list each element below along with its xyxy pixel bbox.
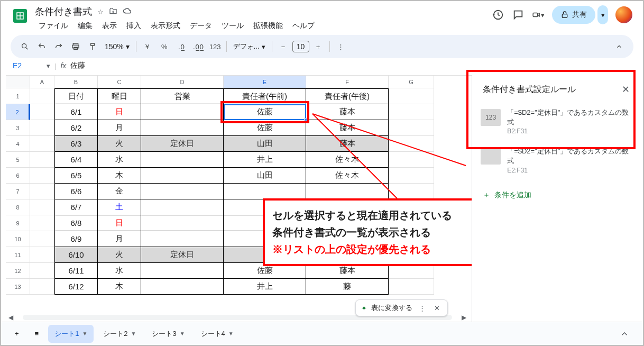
menu-data[interactable]: データ	[186, 19, 216, 33]
cell-G2[interactable]	[389, 104, 434, 120]
cell-A13[interactable]	[30, 279, 54, 295]
cell-B7[interactable]: 6/6	[54, 184, 98, 199]
cell-D1[interactable]: 営業	[141, 88, 224, 104]
sheet-tab-1[interactable]: シート1▼	[48, 325, 94, 343]
rule-item-0[interactable]: 123 「=$D2="定休日"」であるカスタムの数式 B2:F31	[472, 103, 638, 141]
cell-D9[interactable]	[141, 215, 224, 231]
cell-C11[interactable]: 火	[98, 247, 141, 263]
cell-C12[interactable]: 水	[98, 263, 141, 279]
cell-C7[interactable]: 金	[98, 184, 141, 199]
format-currency-button[interactable]: ¥	[140, 39, 155, 54]
redo-button[interactable]	[51, 39, 67, 54]
col-header-D[interactable]: D	[141, 76, 224, 88]
history-icon[interactable]	[492, 8, 504, 21]
row-header-1[interactable]: 1	[6, 88, 30, 104]
panel-close-button[interactable]: ✕	[622, 84, 630, 95]
cell-A3[interactable]	[30, 120, 54, 136]
cell-C10[interactable]: 月	[98, 231, 141, 247]
font-size-input[interactable]: 10	[292, 41, 309, 52]
row-header-13[interactable]: 13	[6, 279, 30, 295]
doc-title[interactable]: 条件付き書式	[35, 5, 92, 18]
cell-F3[interactable]: 藤本	[306, 120, 389, 136]
cell-G1[interactable]	[389, 88, 434, 104]
row-header-12[interactable]: 12	[6, 263, 30, 279]
move-icon[interactable]	[109, 7, 117, 17]
formula-bar[interactable]: 佐藤	[70, 61, 85, 70]
cell-C9[interactable]: 日	[98, 215, 141, 231]
collapse-toolbar-button[interactable]	[611, 39, 627, 54]
cell-A2[interactable]	[30, 104, 54, 120]
cell-C3[interactable]: 月	[98, 120, 141, 136]
cell-E3[interactable]: 佐藤	[224, 120, 306, 136]
cell-C8[interactable]: 土	[98, 199, 141, 215]
menu-edit[interactable]: 編集	[74, 19, 96, 33]
col-header-C[interactable]: C	[98, 76, 141, 88]
cell-E1[interactable]: 責任者(午前)	[224, 88, 306, 104]
comment-icon[interactable]	[512, 8, 525, 21]
cell-B4[interactable]: 6/3	[54, 136, 98, 152]
print-button[interactable]	[68, 39, 84, 54]
decrease-decimals-button[interactable]: .0̲	[173, 39, 189, 54]
menu-help[interactable]: ヘルプ	[289, 19, 318, 33]
cell-E7[interactable]	[224, 184, 306, 199]
sheets-logo[interactable]	[10, 5, 31, 26]
hscroll-left[interactable]: ◀	[6, 314, 15, 321]
menu-file[interactable]: ファイル	[35, 19, 72, 33]
share-dropdown[interactable]: ▾	[597, 5, 608, 24]
sheet-tab-3[interactable]: シート3▼	[145, 325, 191, 343]
row-header-10[interactable]: 10	[6, 231, 30, 247]
cell-B1[interactable]: 日付	[54, 88, 98, 104]
cell-F7[interactable]	[306, 184, 389, 199]
cell-C6[interactable]: 木	[98, 168, 141, 184]
cell-D8[interactable]	[141, 199, 224, 215]
col-header-A[interactable]: A	[30, 76, 54, 88]
cell-A4[interactable]	[30, 136, 54, 152]
add-sheet-button[interactable]: +	[8, 325, 25, 342]
cell-B3[interactable]: 6/2	[54, 120, 98, 136]
row-header-2[interactable]: 2	[6, 104, 30, 120]
cell-D3[interactable]	[141, 120, 224, 136]
more-toolbar-button[interactable]: ⋮	[333, 39, 349, 54]
cell-D6[interactable]	[141, 168, 224, 184]
name-box-dropdown[interactable]: ▾	[47, 62, 50, 70]
cell-A1[interactable]	[30, 88, 54, 104]
cell-D11[interactable]: 定休日	[141, 247, 224, 263]
cell-E5[interactable]: 井上	[224, 152, 306, 168]
cell-B8[interactable]: 6/7	[54, 199, 98, 215]
cell-F1[interactable]: 責任者(午後)	[306, 88, 389, 104]
cloud-status-icon[interactable]	[123, 6, 132, 17]
cell-B11[interactable]: 6/10	[54, 247, 98, 263]
cell-D12[interactable]	[141, 263, 224, 279]
row-header-9[interactable]: 9	[6, 215, 30, 231]
paint-format-button[interactable]	[85, 39, 100, 54]
cell-D2[interactable]	[141, 104, 224, 120]
all-sheets-button[interactable]: ≡	[29, 325, 45, 342]
col-header-B[interactable]: B	[54, 76, 98, 88]
cell-F5[interactable]: 佐々木	[306, 152, 389, 168]
sheet-tab-4[interactable]: シート4▼	[195, 325, 240, 343]
cell-E6[interactable]: 山田	[224, 168, 306, 184]
cell-G6[interactable]	[389, 168, 434, 184]
cell-C4[interactable]: 火	[98, 136, 141, 152]
cell-A6[interactable]	[30, 168, 54, 184]
increase-font-button[interactable]: +	[310, 39, 326, 54]
cell-C2[interactable]: 日	[98, 104, 141, 120]
cell-A5[interactable]	[30, 152, 54, 168]
cell-A7[interactable]	[30, 184, 54, 199]
cell-A10[interactable]	[30, 231, 54, 247]
cell-F6[interactable]: 佐々木	[306, 168, 389, 184]
cell-B9[interactable]: 6/8	[54, 215, 98, 231]
row-header-3[interactable]: 3	[6, 120, 30, 136]
format-percent-button[interactable]: %	[157, 39, 172, 54]
add-rule-button[interactable]: ＋ 条件を追加	[472, 183, 638, 207]
chip-close-button[interactable]: ✕	[432, 304, 442, 312]
cell-B6[interactable]: 6/5	[54, 168, 98, 184]
explore-button[interactable]	[613, 325, 636, 343]
cell-F13[interactable]: 藤	[306, 279, 389, 295]
account-avatar[interactable]	[615, 6, 632, 23]
rule-item-1[interactable]: 「=$D2="定休日"」であるカスタムの数式 E2:F31	[472, 141, 638, 180]
row-header-8[interactable]: 8	[6, 199, 30, 215]
cell-C13[interactable]: 木	[98, 279, 141, 295]
cell-F2[interactable]: 藤本	[306, 104, 389, 120]
cell-D13[interactable]	[141, 279, 224, 295]
